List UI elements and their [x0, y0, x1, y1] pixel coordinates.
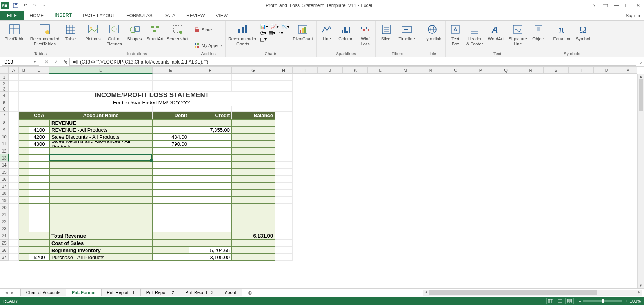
- cell[interactable]: [153, 204, 189, 211]
- expand-formula-button[interactable]: ⌄: [638, 59, 644, 65]
- cell[interactable]: [153, 247, 189, 254]
- cell[interactable]: [49, 197, 153, 204]
- cell[interactable]: [29, 86, 49, 92]
- col-header[interactable]: I: [293, 67, 318, 74]
- cell[interactable]: [29, 218, 49, 225]
- cell[interactable]: [275, 183, 293, 190]
- cell[interactable]: [19, 232, 29, 240]
- minimize-button[interactable]: —: [611, 1, 621, 10]
- cell[interactable]: For the Year Ended MM/DD/YYYY: [29, 99, 275, 106]
- cell[interactable]: [9, 254, 19, 261]
- cell[interactable]: CoA: [29, 112, 49, 119]
- cell[interactable]: [189, 183, 232, 190]
- cell[interactable]: [232, 106, 275, 112]
- cell[interactable]: 3,105.00: [189, 254, 232, 261]
- cell[interactable]: [153, 225, 189, 232]
- cell[interactable]: [49, 81, 153, 86]
- cell[interactable]: Sales Discounts - All Products: [49, 133, 153, 140]
- cell[interactable]: [19, 197, 29, 204]
- cell[interactable]: [232, 126, 275, 133]
- cell[interactable]: [19, 106, 29, 112]
- cell[interactable]: [275, 133, 293, 140]
- cell[interactable]: [19, 176, 29, 183]
- cell[interactable]: [275, 197, 293, 204]
- tab-formulas[interactable]: FORMULAS: [121, 11, 158, 20]
- close-button[interactable]: ✕: [633, 1, 643, 10]
- row-header-9[interactable]: 9: [0, 126, 9, 133]
- cell[interactable]: [275, 147, 293, 154]
- cell[interactable]: [232, 204, 275, 211]
- row-header-21[interactable]: 21: [0, 211, 9, 218]
- cell[interactable]: [275, 254, 293, 261]
- cell[interactable]: [29, 211, 49, 218]
- cell[interactable]: [275, 112, 293, 119]
- cell[interactable]: [29, 147, 49, 154]
- cell[interactable]: [49, 74, 153, 81]
- timeline-button[interactable]: Timeline: [397, 22, 417, 42]
- line-chart-icon[interactable]: 📈▾: [271, 24, 279, 29]
- tab-review[interactable]: REVIEW: [181, 11, 210, 20]
- cell[interactable]: [232, 133, 275, 140]
- col-header[interactable]: P: [468, 67, 493, 74]
- cell[interactable]: 5,204.65: [189, 247, 232, 254]
- cell[interactable]: [49, 225, 153, 232]
- cell[interactable]: REVENUE: [49, 119, 153, 126]
- cell[interactable]: -: [153, 254, 189, 261]
- row-header-16[interactable]: 16: [0, 176, 9, 183]
- cell[interactable]: [189, 176, 232, 183]
- cell[interactable]: [9, 147, 19, 154]
- sheet-tab[interactable]: PnL Report - 3: [180, 289, 219, 296]
- cell[interactable]: [232, 81, 275, 86]
- scroll-up-arrow[interactable]: ▲: [638, 74, 644, 79]
- col-header[interactable]: L: [368, 67, 393, 74]
- cell[interactable]: [29, 154, 49, 162]
- cell[interactable]: [19, 211, 29, 218]
- cell[interactable]: [9, 99, 19, 106]
- col-header[interactable]: J: [318, 67, 343, 74]
- myapps-button[interactable]: My Apps▾: [194, 41, 223, 50]
- cell[interactable]: [29, 197, 49, 204]
- cell[interactable]: [29, 240, 49, 247]
- row-header-26[interactable]: 26: [0, 247, 9, 254]
- cell[interactable]: [29, 119, 49, 126]
- cells-grid[interactable]: INCOME/PROFIT LOSS STATEMENTFor the Year…: [9, 74, 293, 261]
- cell[interactable]: [19, 126, 29, 133]
- cell[interactable]: [232, 154, 275, 162]
- cell[interactable]: 4300: [29, 140, 49, 147]
- maximize-button[interactable]: [622, 1, 632, 10]
- pivotchart-button[interactable]: PivotChart: [292, 22, 314, 42]
- cell[interactable]: [189, 74, 232, 81]
- cell[interactable]: [232, 218, 275, 225]
- help-button[interactable]: ?: [589, 1, 599, 10]
- cell[interactable]: [232, 197, 275, 204]
- zoom-slider[interactable]: [583, 300, 622, 302]
- name-box[interactable]: D13▼: [2, 58, 39, 66]
- cell[interactable]: [232, 211, 275, 218]
- cell[interactable]: Beginning Inventory: [49, 247, 153, 254]
- cell[interactable]: [9, 247, 19, 254]
- recommended-charts-button[interactable]: Recommended Charts: [228, 22, 258, 46]
- cell[interactable]: [232, 86, 275, 92]
- sheet-tab[interactable]: Chart of Accounts: [20, 289, 66, 296]
- cell[interactable]: 790.00: [153, 140, 189, 147]
- cell[interactable]: [189, 133, 232, 140]
- page-break-view-button[interactable]: [565, 298, 574, 304]
- cell[interactable]: Total Revenue: [49, 232, 153, 240]
- slicer-button[interactable]: Slicer: [378, 22, 395, 42]
- online-pictures-button[interactable]: Online Pictures: [105, 22, 124, 46]
- cell[interactable]: [19, 112, 29, 119]
- sign-in-link[interactable]: Sign in: [622, 11, 644, 20]
- cell[interactable]: [9, 126, 19, 133]
- formula-input[interactable]: =IF(C13<>"",VLOOKUP(C13,ChartofAccountsT…: [69, 58, 636, 66]
- row-header-8[interactable]: 8: [0, 119, 9, 126]
- cell[interactable]: [49, 183, 153, 190]
- table-button[interactable]: Table: [63, 22, 78, 42]
- col-header[interactable]: T: [569, 67, 594, 74]
- store-button[interactable]: Store: [194, 25, 223, 34]
- cell[interactable]: [19, 247, 29, 254]
- col-header[interactable]: V: [619, 67, 637, 74]
- cell[interactable]: [275, 106, 293, 112]
- cell[interactable]: [49, 162, 153, 169]
- cell[interactable]: [275, 225, 293, 232]
- cell[interactable]: [29, 232, 49, 240]
